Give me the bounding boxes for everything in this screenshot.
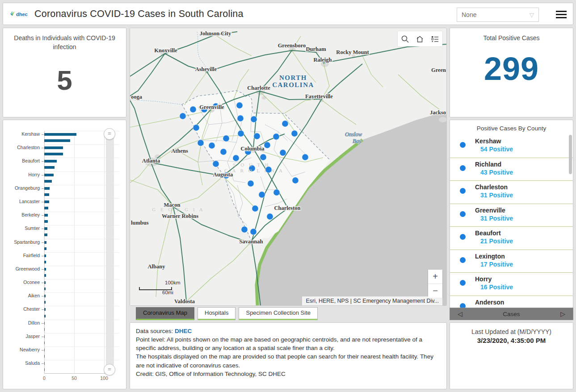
county-list-item[interactable]: Greenville31 Positive bbox=[450, 204, 573, 227]
map-case-dot[interactable] bbox=[273, 133, 279, 140]
map-case-dot[interactable] bbox=[198, 140, 204, 146]
list-scrollbar-thumb[interactable] bbox=[569, 135, 572, 174]
map-case-dot[interactable] bbox=[251, 116, 257, 122]
map-case-dot[interactable] bbox=[193, 125, 199, 131]
chart-bar bbox=[44, 207, 48, 209]
county-list-item[interactable]: Charleston31 Positive bbox=[450, 181, 573, 204]
home-icon[interactable] bbox=[413, 32, 427, 46]
chart-category-label: Kershaw bbox=[3, 131, 44, 138]
dhec-logo-text: dhec bbox=[16, 12, 28, 17]
chart-range-handle-top-icon[interactable]: = bbox=[104, 128, 115, 140]
case-dot-icon bbox=[460, 280, 466, 286]
chart-bar bbox=[44, 328, 45, 331]
map-label-greensboro: Greensboro bbox=[278, 42, 306, 49]
map-label-albany: Albany bbox=[148, 263, 166, 270]
map-case-dot[interactable] bbox=[252, 205, 258, 212]
chart-category-label bbox=[3, 259, 44, 266]
map-case-dot[interactable] bbox=[223, 135, 229, 142]
case-dot-icon bbox=[460, 188, 466, 194]
map-case-dot[interactable] bbox=[291, 130, 298, 137]
list-pager: ◁ Cases ▷ bbox=[450, 308, 573, 320]
county-list-item[interactable]: Kershaw54 Positive bbox=[450, 135, 573, 158]
map-label-jackso: Jackso bbox=[430, 109, 446, 116]
map-scalebar: 100km 60mi bbox=[139, 280, 184, 296]
search-icon[interactable] bbox=[399, 32, 412, 46]
map-case-dot[interactable] bbox=[260, 154, 266, 160]
chart-category-label: Dillon bbox=[3, 320, 44, 326]
map-label-lumbus: lumbus bbox=[131, 220, 149, 226]
map-case-dot[interactable] bbox=[259, 192, 265, 198]
chart-row bbox=[3, 246, 119, 252]
chart-category-label bbox=[3, 164, 44, 171]
map-case-dot[interactable] bbox=[180, 113, 186, 119]
last-updated-panel: Last Updated at (M/D/YYYY) 3/23/2020, 4:… bbox=[450, 322, 573, 389]
chart-category-tick bbox=[42, 215, 44, 216]
chart-bar bbox=[44, 160, 57, 163]
category-filter-select[interactable]: None ▽ bbox=[457, 8, 539, 22]
chart-bar bbox=[44, 220, 48, 223]
county-list-item[interactable]: Richland43 Positive bbox=[450, 158, 573, 181]
sources-line: Credit: GIS, Office of Information Techn… bbox=[136, 370, 441, 378]
map-case-dot[interactable] bbox=[190, 106, 196, 113]
county-list-item[interactable]: Lexington17 Positive bbox=[450, 250, 573, 273]
zoom-in-button[interactable]: + bbox=[428, 270, 442, 284]
menu-icon[interactable] bbox=[556, 11, 567, 18]
chart-row: Saluda bbox=[3, 360, 119, 367]
chart-category-label: Chester bbox=[3, 306, 44, 313]
map-case-dot[interactable] bbox=[220, 149, 227, 155]
chart-category-tick bbox=[42, 337, 44, 337]
map-label-c-a-r-o-l-i-n-a: C A R O L I N A bbox=[224, 168, 284, 173]
map-case-dot[interactable] bbox=[273, 189, 280, 196]
pager-next-icon[interactable]: ▷ bbox=[553, 308, 573, 320]
chart-bar bbox=[44, 322, 45, 325]
map-case-dot[interactable] bbox=[236, 102, 243, 108]
legend-icon[interactable] bbox=[428, 32, 441, 46]
chart-bar bbox=[44, 241, 46, 244]
chart-category-label bbox=[3, 138, 44, 144]
chart-range-handle-bottom-icon[interactable]: = bbox=[104, 364, 115, 375]
chart-row bbox=[3, 340, 119, 346]
chart-row: Greenwood bbox=[3, 266, 119, 272]
last-updated-label: Last Updated at (M/D/YYYY) bbox=[450, 328, 573, 335]
map-case-dot[interactable] bbox=[213, 161, 219, 167]
tab-hospitals[interactable]: Hospitals bbox=[198, 307, 235, 320]
map-case-dot[interactable] bbox=[282, 121, 288, 127]
county-list-item[interactable]: Anderson13 Positive bbox=[450, 296, 573, 309]
map-case-dot[interactable] bbox=[292, 177, 299, 183]
chart-category-label bbox=[3, 367, 44, 373]
map-canvas[interactable]: Johnson CityKnoxvilleGreensboroDurhamRal… bbox=[130, 28, 446, 305]
data-sources-panel: Data sources: DHEC Point level: All poin… bbox=[130, 322, 447, 389]
sources-line: Point level: All points shown on the map… bbox=[136, 335, 441, 352]
chart-scrollbar-track[interactable] bbox=[106, 132, 114, 368]
chart-row bbox=[3, 138, 119, 144]
pager-prev-icon[interactable]: ◁ bbox=[450, 308, 470, 320]
map-case-dot[interactable] bbox=[254, 133, 260, 139]
chart-bar bbox=[44, 139, 70, 142]
chart-category-label: Horry bbox=[3, 171, 44, 178]
map-case-dot[interactable] bbox=[237, 115, 244, 121]
map-case-dot[interactable] bbox=[209, 142, 215, 149]
chart-row: Kershaw bbox=[3, 131, 119, 138]
map-label-rocky-mount: Rocky Mount bbox=[336, 49, 369, 55]
map-panel[interactable]: Johnson CityKnoxvilleGreensboroDurhamRal… bbox=[130, 28, 447, 306]
tab-coronavirus-map[interactable]: Coronavirus Map bbox=[136, 307, 194, 320]
map-case-dot[interactable] bbox=[248, 180, 254, 187]
map-case-dot[interactable] bbox=[233, 155, 239, 161]
map-label-bay: Bay bbox=[353, 138, 362, 144]
map-case-dot[interactable] bbox=[280, 150, 286, 156]
map-case-dot[interactable] bbox=[250, 229, 256, 235]
sources-lines: Point level: All points shown on the map… bbox=[136, 335, 441, 378]
chart-category-label: Lancaster bbox=[3, 198, 44, 205]
county-list-item[interactable]: Beaufort21 Positive bbox=[450, 227, 573, 250]
map-case-dot[interactable] bbox=[302, 154, 308, 160]
map-case-dot[interactable] bbox=[267, 213, 273, 220]
map-case-dot[interactable] bbox=[241, 226, 248, 233]
map-case-dot[interactable] bbox=[238, 130, 244, 137]
county-list-item[interactable]: Horry16 Positive bbox=[450, 273, 573, 296]
dhec-link[interactable]: DHEC bbox=[175, 328, 192, 334]
chart-category-label bbox=[3, 218, 44, 225]
tab-specimen-collection-site[interactable]: Specimen Collection Site bbox=[239, 307, 318, 320]
map-label-atlanta: Atlanta bbox=[142, 158, 160, 164]
map-case-dot[interactable] bbox=[264, 142, 270, 148]
zoom-out-button[interactable]: − bbox=[428, 284, 442, 298]
